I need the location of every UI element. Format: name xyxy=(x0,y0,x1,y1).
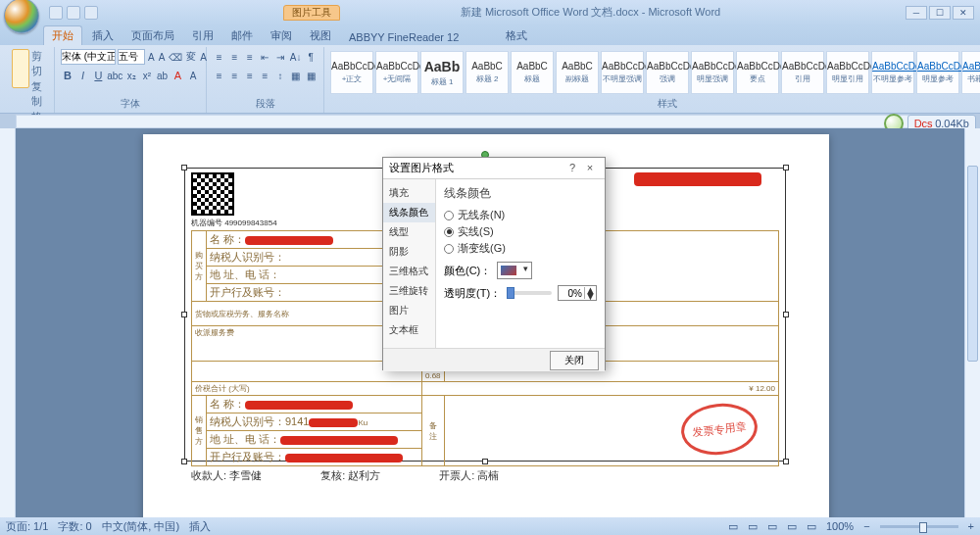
status-lang[interactable]: 中文(简体, 中国) xyxy=(102,519,179,534)
showmarks-icon[interactable]: ¶ xyxy=(304,49,318,65)
transparency-input[interactable] xyxy=(559,288,584,299)
style-item[interactable]: AaBbCcDd要点 xyxy=(736,51,779,94)
indent-inc-icon[interactable]: ⇥ xyxy=(273,49,287,65)
cut-button[interactable]: 剪切 xyxy=(31,49,48,78)
nav-picture[interactable]: 图片 xyxy=(383,301,435,320)
align-justify-icon[interactable]: ≡ xyxy=(259,68,272,83)
status-words[interactable]: 字数: 0 xyxy=(58,519,91,534)
view-print-icon[interactable]: ▭ xyxy=(728,520,738,533)
style-item[interactable]: AaBbCcDd+正文 xyxy=(330,51,373,94)
spin-down-icon[interactable]: ▼ xyxy=(585,293,596,299)
font-name-input[interactable] xyxy=(61,49,116,65)
sort-icon[interactable]: A↓ xyxy=(289,49,303,65)
minimize-button[interactable]: ─ xyxy=(906,6,927,20)
char-shading-icon[interactable]: A xyxy=(186,68,200,83)
dialog-help-button[interactable]: ? xyxy=(564,161,581,176)
style-item[interactable]: AaBbC副标题 xyxy=(556,51,599,94)
style-item[interactable]: AaBbCcDd明显参考 xyxy=(916,51,959,94)
align-left-icon[interactable]: ≡ xyxy=(213,68,226,83)
zoom-out-icon[interactable]: − xyxy=(863,520,869,532)
view-outline-icon[interactable]: ▭ xyxy=(787,520,797,533)
style-item[interactable]: AaBbC标题 2 xyxy=(466,51,509,94)
radio-no-line[interactable]: 无线条(N) xyxy=(444,208,597,222)
transparency-spinner[interactable]: ▲▼ xyxy=(558,285,597,301)
strike-icon[interactable]: abc xyxy=(107,68,122,83)
view-read-icon[interactable]: ▭ xyxy=(748,520,758,533)
horizontal-ruler[interactable] xyxy=(16,115,964,128)
subscript-icon[interactable]: x₂ xyxy=(124,68,138,83)
dialog-close-btn[interactable]: 关闭 xyxy=(550,351,599,370)
style-item[interactable]: AaBbC标题 xyxy=(511,51,554,94)
font-size-input[interactable] xyxy=(118,49,145,65)
zoom-slider[interactable] xyxy=(880,525,958,528)
scroll-thumb[interactable] xyxy=(967,166,978,362)
tab-abbyy[interactable]: ABBYY FineReader 12 xyxy=(341,29,466,45)
style-item[interactable]: AaBbCcDd不明显参考 xyxy=(871,51,914,94)
slider-thumb[interactable] xyxy=(507,287,514,299)
line-spacing-icon[interactable]: ↕ xyxy=(273,68,287,83)
borders-icon[interactable]: ▦ xyxy=(304,68,318,83)
radio-gradient-line[interactable]: 渐变线(G) xyxy=(444,241,597,256)
highlight-icon[interactable]: ab xyxy=(156,68,170,83)
qat-undo-icon[interactable] xyxy=(67,6,80,20)
style-item[interactable]: AaBbCcDd+无间隔 xyxy=(375,51,418,94)
status-insert[interactable]: 插入 xyxy=(189,519,211,534)
close-button[interactable]: ✕ xyxy=(953,6,974,20)
nav-line-color[interactable]: 线条颜色 xyxy=(383,203,435,222)
maximize-button[interactable]: ☐ xyxy=(929,6,951,20)
zoom-in-icon[interactable]: + xyxy=(968,520,974,532)
dialog-close-button[interactable]: × xyxy=(581,161,599,176)
style-item[interactable]: AaBbCcDd书籍标题 xyxy=(961,51,980,94)
paste-button[interactable] xyxy=(12,49,29,88)
color-picker-button[interactable] xyxy=(497,262,532,279)
tab-insert[interactable]: 插入 xyxy=(84,26,122,45)
style-item[interactable]: AaBb标题 1 xyxy=(420,51,464,94)
nav-fill[interactable]: 填充 xyxy=(383,183,435,203)
style-item[interactable]: AaBbCcDd强调 xyxy=(646,51,689,94)
bullets-icon[interactable]: ≡ xyxy=(213,49,226,65)
tab-layout[interactable]: 页面布局 xyxy=(123,26,182,45)
style-item[interactable]: AaBbCcDd明显引用 xyxy=(826,51,869,94)
align-center-icon[interactable]: ≡ xyxy=(228,68,242,83)
zoom-level[interactable]: 100% xyxy=(826,520,854,532)
style-item[interactable]: AaBbCcDd不明显强调 xyxy=(601,51,644,94)
copy-button[interactable]: 复制 xyxy=(31,79,48,109)
qat-save-icon[interactable] xyxy=(49,6,63,20)
radio-solid-line[interactable]: 实线(S) xyxy=(444,224,597,239)
view-web-icon[interactable]: ▭ xyxy=(767,520,777,533)
clear-format-icon[interactable]: ⌫ xyxy=(168,49,183,65)
grow-font-icon[interactable]: A xyxy=(147,49,156,65)
nav-textbox[interactable]: 文本框 xyxy=(383,320,435,340)
multilevel-icon[interactable]: ≡ xyxy=(243,49,257,65)
bold-icon[interactable]: B xyxy=(61,68,74,83)
qat-redo-icon[interactable] xyxy=(84,6,98,20)
font-color-icon[interactable]: A xyxy=(172,68,185,83)
numbering-icon[interactable]: ≡ xyxy=(228,49,242,65)
indent-dec-icon[interactable]: ⇤ xyxy=(259,49,272,65)
phonetic-icon[interactable]: 変 xyxy=(185,49,197,65)
vertical-ruler[interactable] xyxy=(0,128,16,517)
superscript-icon[interactable]: x² xyxy=(140,68,154,83)
status-page[interactable]: 页面: 1/1 xyxy=(6,519,48,534)
tab-format[interactable]: 格式 xyxy=(498,26,535,45)
shrink-font-icon[interactable]: A xyxy=(158,49,167,65)
tab-refs[interactable]: 引用 xyxy=(184,26,221,45)
align-right-icon[interactable]: ≡ xyxy=(243,68,257,83)
nav-shadow[interactable]: 阴影 xyxy=(383,242,435,262)
underline-icon[interactable]: U xyxy=(92,68,106,83)
italic-icon[interactable]: I xyxy=(76,68,90,83)
vertical-scrollbar[interactable] xyxy=(964,128,980,517)
shading-icon[interactable]: ▦ xyxy=(289,68,303,83)
tab-review[interactable]: 审阅 xyxy=(263,26,300,45)
nav-3d-rotation[interactable]: 三维旋转 xyxy=(383,281,435,301)
tab-mail[interactable]: 邮件 xyxy=(223,26,261,45)
qr-code-icon xyxy=(191,172,234,216)
nav-3d-format[interactable]: 三维格式 xyxy=(383,262,435,281)
nav-line-style[interactable]: 线型 xyxy=(383,222,435,242)
view-draft-icon[interactable]: ▭ xyxy=(807,520,816,533)
tab-view[interactable]: 视图 xyxy=(302,26,339,45)
style-item[interactable]: AaBbCcDd明显强调 xyxy=(691,51,734,94)
style-item[interactable]: AaBbCcDd引用 xyxy=(781,51,824,94)
transparency-slider[interactable] xyxy=(507,291,552,295)
tab-home[interactable]: 开始 xyxy=(43,25,82,45)
